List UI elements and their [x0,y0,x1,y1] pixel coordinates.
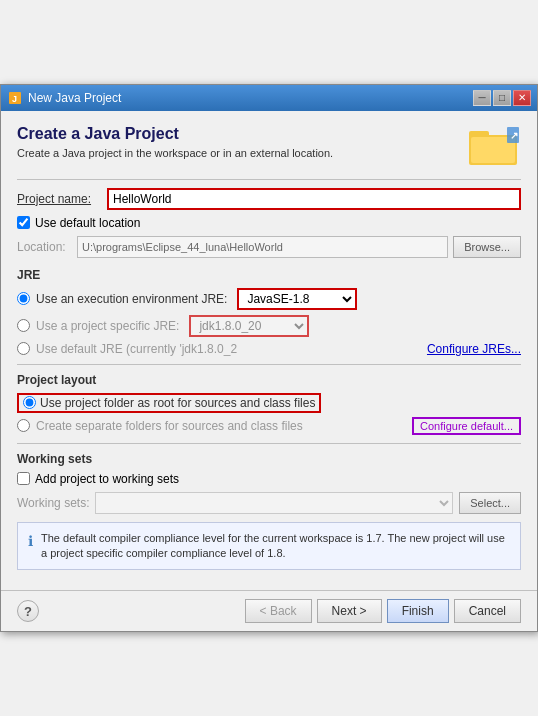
title-controls: ─ □ ✕ [473,90,531,106]
title-bar-left: J New Java Project [7,90,121,106]
jre-environment-dropdown[interactable]: JavaSE-1.8 JavaSE-11 JavaSE-17 [237,288,357,310]
project-layout-label: Project layout [17,373,521,387]
default-location-label[interactable]: Use default location [35,216,140,230]
working-sets-field-label: Working sets: [17,496,89,510]
close-button[interactable]: ✕ [513,90,531,106]
layout-divider [17,443,521,444]
info-icon: ℹ [28,532,33,562]
next-button[interactable]: Next > [317,599,382,623]
window-title: New Java Project [28,91,121,105]
jre-option1-label[interactable]: Use an execution environment JRE: [36,292,227,306]
jre-option3-label[interactable]: Use default JRE (currently 'jdk1.8.0_2 [36,342,237,356]
svg-text:↗: ↗ [510,130,518,141]
working-sets-row: Working sets: Select... [17,492,521,514]
select-working-set-button[interactable]: Select... [459,492,521,514]
minimize-button[interactable]: ─ [473,90,491,106]
default-location-checkbox-row: Use default location [17,216,521,230]
working-sets-checkbox-label[interactable]: Add project to working sets [35,472,179,486]
working-sets-checkbox[interactable] [17,472,30,485]
location-label: Location: [17,240,72,254]
jre-divider [17,364,521,365]
page-subtitle: Create a Java project in the workspace o… [17,147,469,159]
layout-option1-radio[interactable] [23,396,36,409]
svg-text:J: J [12,94,17,104]
header-divider [17,179,521,180]
cancel-button[interactable]: Cancel [454,599,521,623]
content-area: Create a Java Project Create a Java proj… [1,111,537,591]
window: J New Java Project ─ □ ✕ Create a Java P… [0,84,538,633]
working-sets-checkbox-row: Add project to working sets [17,472,521,486]
bottom-bar: ? < Back Next > Finish Cancel [1,590,537,631]
window-icon: J [7,90,23,106]
title-bar: J New Java Project ─ □ ✕ [1,85,537,111]
layout-option1-label[interactable]: Use project folder as root for sources a… [40,396,315,410]
layout-option1-highlighted: Use project folder as root for sources a… [17,393,321,413]
layout-option2-radio[interactable] [17,419,30,432]
browse-button[interactable]: Browse... [453,236,521,258]
page-title: Create a Java Project [17,125,469,143]
header-text: Create a Java Project Create a Java proj… [17,125,469,169]
layout-option2-row: Create separate folders for sources and … [17,419,303,433]
working-sets-dropdown[interactable] [95,492,453,514]
jre-option2-radio[interactable] [17,319,30,332]
location-input[interactable] [77,236,448,258]
back-button[interactable]: < Back [245,599,312,623]
configure-default-button[interactable]: Configure default... [412,417,521,435]
project-name-row: Project name: [17,188,521,210]
working-sets-section: Working sets Add project to working sets… [17,452,521,514]
header-folder-icon: ↗ [469,125,521,167]
jre-section-label: JRE [17,268,521,282]
jre-option1-radio[interactable] [17,292,30,305]
jre-option1-row: Use an execution environment JRE: JavaSE… [17,288,521,310]
info-box: ℹ The default compiler compliance level … [17,522,521,571]
jre-option2-label[interactable]: Use a project specific JRE: [36,319,179,333]
default-location-checkbox[interactable] [17,216,30,229]
project-name-label: Project name: [17,192,107,206]
nav-buttons: < Back Next > Finish Cancel [245,599,521,623]
project-name-input[interactable] [107,188,521,210]
configure-jres-link[interactable]: Configure JREs... [427,342,521,356]
jre-option3-row: Use default JRE (currently 'jdk1.8.0_2 [17,342,237,356]
finish-button[interactable]: Finish [387,599,449,623]
working-sets-label: Working sets [17,452,521,466]
header-area: Create a Java Project Create a Java proj… [17,125,521,169]
layout-option2-label[interactable]: Create separate folders for sources and … [36,419,303,433]
jre-option3-radio[interactable] [17,342,30,355]
maximize-button[interactable]: □ [493,90,511,106]
jre-option2-row: Use a project specific JRE: jdk1.8.0_20 [17,315,521,337]
info-message: The default compiler compliance level fo… [41,531,510,562]
help-button[interactable]: ? [17,600,39,622]
location-row: Location: Browse... [17,236,521,258]
jre-specific-dropdown[interactable]: jdk1.8.0_20 [189,315,309,337]
